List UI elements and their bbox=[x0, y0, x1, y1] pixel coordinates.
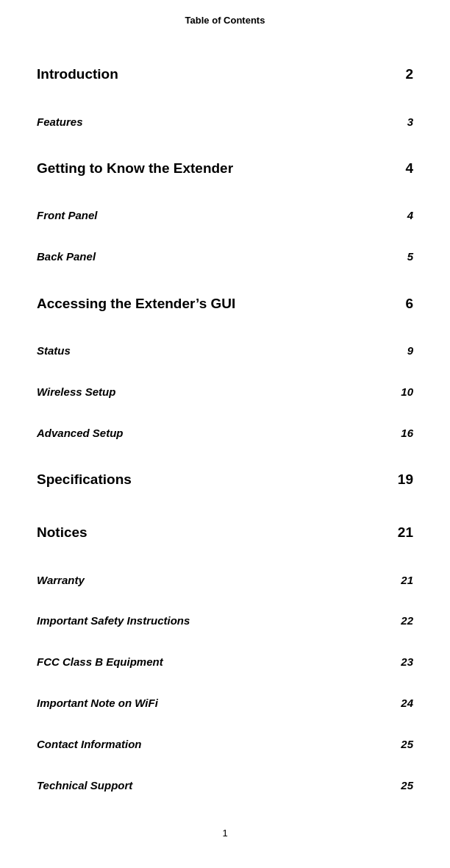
toc-page-getting-to-know: 4 bbox=[386, 142, 413, 195]
toc-row-notices: Notices21 bbox=[37, 506, 413, 559]
toc-row-important-safety: Important Safety Instructions22 bbox=[37, 600, 413, 641]
toc-page-front-panel: 4 bbox=[386, 195, 413, 236]
toc-label-fcc-class-b: FCC Class B Equipment bbox=[37, 641, 386, 683]
page-container: Table of Contents Introduction2Features3… bbox=[0, 0, 450, 868]
toc-row-status: Status9 bbox=[37, 330, 413, 371]
toc-row-advanced-setup: Advanced Setup16 bbox=[37, 412, 413, 453]
toc-page-wireless-setup: 10 bbox=[386, 371, 413, 412]
toc-row-accessing-gui: Accessing the Extender’s GUI6 bbox=[37, 277, 413, 330]
toc-label-getting-to-know: Getting to Know the Extender bbox=[37, 142, 386, 195]
toc-page-accessing-gui: 6 bbox=[386, 277, 413, 330]
toc-label-advanced-setup: Advanced Setup bbox=[37, 412, 386, 453]
toc-page-contact-info: 25 bbox=[386, 723, 413, 764]
toc-row-getting-to-know: Getting to Know the Extender4 bbox=[37, 142, 413, 195]
toc-row-contact-info: Contact Information25 bbox=[37, 723, 413, 764]
toc-label-important-note-wifi: Important Note on WiFi bbox=[37, 683, 386, 724]
toc-row-introduction: Introduction2 bbox=[37, 48, 413, 101]
toc-row-technical-support: Technical Support25 bbox=[37, 764, 413, 805]
toc-label-notices: Notices bbox=[37, 506, 386, 559]
toc-label-specifications: Specifications bbox=[37, 453, 386, 506]
toc-label-warranty: Warranty bbox=[37, 559, 386, 600]
toc-page-status: 9 bbox=[386, 330, 413, 371]
toc-label-technical-support: Technical Support bbox=[37, 764, 386, 805]
page-number: 1 bbox=[37, 805, 413, 839]
toc-label-front-panel: Front Panel bbox=[37, 195, 386, 236]
toc-label-status: Status bbox=[37, 330, 386, 371]
toc-page-back-panel: 5 bbox=[386, 236, 413, 277]
toc-row-specifications: Specifications19 bbox=[37, 453, 413, 506]
toc-label-features: Features bbox=[37, 101, 386, 142]
toc-label-contact-info: Contact Information bbox=[37, 723, 386, 764]
toc-page-advanced-setup: 16 bbox=[386, 412, 413, 453]
toc-page-warranty: 21 bbox=[386, 559, 413, 600]
toc-row-fcc-class-b: FCC Class B Equipment23 bbox=[37, 641, 413, 683]
toc-row-back-panel: Back Panel5 bbox=[37, 236, 413, 277]
toc-row-features: Features3 bbox=[37, 101, 413, 142]
toc-page-important-note-wifi: 24 bbox=[386, 683, 413, 724]
toc-page-fcc-class-b: 23 bbox=[386, 641, 413, 683]
toc-label-wireless-setup: Wireless Setup bbox=[37, 371, 386, 412]
toc-page-features: 3 bbox=[386, 101, 413, 142]
toc-row-important-note-wifi: Important Note on WiFi24 bbox=[37, 683, 413, 724]
toc-label-important-safety: Important Safety Instructions bbox=[37, 600, 386, 641]
page-header: Table of Contents bbox=[37, 15, 413, 26]
toc-row-wireless-setup: Wireless Setup10 bbox=[37, 371, 413, 412]
toc-page-introduction: 2 bbox=[386, 48, 413, 101]
toc-page-notices: 21 bbox=[386, 506, 413, 559]
toc-page-important-safety: 22 bbox=[386, 600, 413, 641]
toc-label-accessing-gui: Accessing the Extender’s GUI bbox=[37, 277, 386, 330]
toc-row-warranty: Warranty21 bbox=[37, 559, 413, 600]
toc-row-front-panel: Front Panel4 bbox=[37, 195, 413, 236]
toc-page-technical-support: 25 bbox=[386, 764, 413, 805]
toc-table: Introduction2Features3Getting to Know th… bbox=[37, 48, 413, 805]
toc-label-back-panel: Back Panel bbox=[37, 236, 386, 277]
toc-page-specifications: 19 bbox=[386, 453, 413, 506]
toc-label-introduction: Introduction bbox=[37, 48, 386, 101]
